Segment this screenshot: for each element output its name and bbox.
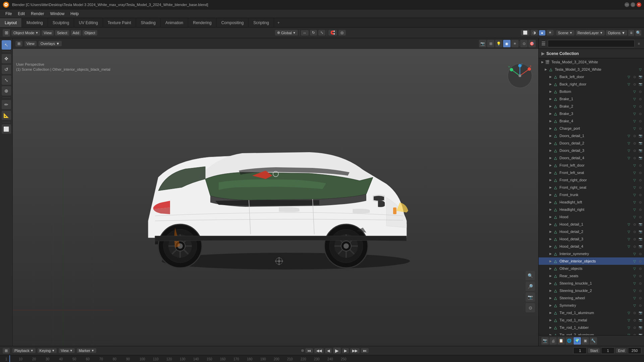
visibility-icon-36[interactable]: ▽: [627, 333, 631, 335]
menu-window[interactable]: Window: [47, 11, 67, 17]
add-menu[interactable]: Add: [71, 30, 82, 36]
tree-item-doors-detail-4[interactable]: ▶△Doors_detail_4▽⊙📷: [539, 154, 644, 162]
visibility-icon-2[interactable]: ▽: [627, 82, 631, 86]
visibility-icon-12[interactable]: ▽: [627, 156, 631, 160]
vp-overlay-toggle[interactable]: ⊙: [520, 40, 528, 47]
tree-item-back-right-door[interactable]: ▶△Back_right_door▽⊙📷: [539, 80, 644, 88]
eye-icon-14[interactable]: ⊙: [638, 170, 643, 175]
outliner-filter[interactable]: ≡: [637, 42, 641, 46]
transform-tool-btn[interactable]: ⊕: [2, 86, 11, 96]
menu-help[interactable]: Help: [68, 11, 82, 17]
eye-icon-5[interactable]: ⊙: [638, 104, 643, 109]
viewport-shading-solid[interactable]: ◑: [531, 30, 538, 36]
keying-menu[interactable]: Keying ▼: [38, 348, 57, 353]
filter-button[interactable]: ≡: [628, 30, 634, 36]
prop-scene[interactable]: 🌐: [566, 337, 573, 345]
tree-item-tesla-model-3-2024-white[interactable]: ▶△Tesla_Model_3_2024_White▽: [539, 66, 644, 73]
tree-item-front-left-seat[interactable]: ▶△Front_left_seat▽⊙: [539, 169, 644, 176]
timeline-view-menu[interactable]: View ▼: [59, 348, 75, 353]
eye-icon-31[interactable]: ⊙: [638, 296, 643, 300]
visibility-icon-20[interactable]: ▽: [632, 215, 637, 219]
eye-icon-13[interactable]: ⊙: [638, 163, 643, 168]
tree-item-doors-detail-3[interactable]: ▶△Doors_detail_3▽⊙📷: [539, 147, 644, 154]
viewport-shading-rendered[interactable]: ☀: [546, 30, 554, 36]
tree-items-container[interactable]: ▶△Tesla_Model_3_2024_White▽▶△Back_left_d…: [539, 66, 644, 335]
eye-icon-27[interactable]: ⊙: [638, 266, 643, 271]
eye-icon-30[interactable]: ⊙: [638, 288, 643, 293]
collection-expand-icon[interactable]: ▶: [541, 51, 544, 56]
eye-icon-34[interactable]: ⊙: [632, 318, 637, 322]
play-button[interactable]: ▶: [333, 348, 341, 354]
next-keyframe[interactable]: ▶▶: [350, 348, 360, 353]
proportional-edit[interactable]: ◎: [338, 30, 346, 36]
prop-render[interactable]: 📷: [541, 337, 549, 345]
zoom-out-button[interactable]: 🔎: [526, 282, 535, 291]
eye-icon-20[interactable]: ⊙: [638, 215, 643, 219]
eye-icon-16[interactable]: ⊙: [638, 185, 643, 190]
prev-keyframe[interactable]: ◀◀: [314, 348, 324, 353]
outliner-search-input[interactable]: [548, 40, 635, 47]
visibility-icon-29[interactable]: ▽: [632, 281, 637, 286]
minimize-button[interactable]: —: [625, 2, 629, 7]
view-menu[interactable]: View: [42, 30, 54, 36]
timeline-editor-icon[interactable]: ⊞: [3, 348, 10, 354]
prop-output[interactable]: 🖨: [549, 337, 557, 345]
prop-world[interactable]: 🌍: [574, 337, 581, 345]
tab-layout[interactable]: Layout: [0, 18, 22, 27]
marker-menu[interactable]: Marker ▼: [77, 348, 96, 353]
rotate-tool[interactable]: ↻: [310, 30, 317, 36]
visibility-icon-32[interactable]: ▽: [632, 303, 637, 308]
cam-icon-11[interactable]: 📷: [638, 148, 643, 153]
skip-to-end[interactable]: ⏭: [361, 348, 369, 353]
select-menu[interactable]: Select: [55, 30, 69, 36]
viewport-editor-icon[interactable]: ⊞: [15, 41, 22, 47]
tab-animation[interactable]: Animation: [161, 18, 188, 27]
eye-icon-28[interactable]: ⊙: [638, 274, 643, 278]
menu-edit[interactable]: Edit: [15, 11, 28, 17]
outliner-menu-icon[interactable]: ☰: [541, 41, 546, 46]
record-button[interactable]: [301, 349, 304, 352]
tree-item-steering-wheel[interactable]: ▶△Steering_wheel▽⊙: [539, 294, 644, 302]
cam-icon-21[interactable]: 📷: [638, 222, 643, 227]
tree-item-brake-2[interactable]: ▶△Brake_2▽⊙: [539, 103, 644, 110]
render-engine[interactable]: RenderLayer ▼: [576, 30, 605, 36]
cam-icon-12[interactable]: 📷: [638, 156, 643, 160]
visibility-icon-35[interactable]: ▽: [627, 325, 631, 330]
tree-item-hood-detail-3[interactable]: ▶△Hood_detail_3▽⊙📷: [539, 235, 644, 243]
eye-icon-2[interactable]: ⊙: [632, 82, 637, 86]
visibility-icon-15[interactable]: ▽: [632, 178, 637, 182]
visibility-icon-1[interactable]: ▽: [627, 74, 631, 79]
cam-icon-23[interactable]: 📷: [638, 237, 643, 241]
visibility-icon-18[interactable]: ▽: [632, 200, 637, 204]
eye-icon-23[interactable]: ⊙: [632, 237, 637, 241]
visibility-icon-28[interactable]: ▽: [632, 274, 637, 278]
visibility-icon-3[interactable]: ▽: [632, 89, 637, 94]
tree-item-brake-4[interactable]: ▶△Brake_4▽⊙: [539, 117, 644, 125]
tree-item-brake-3[interactable]: ▶△Brake_3▽⊙: [539, 110, 644, 117]
scale-tool-btn[interactable]: ⤡: [2, 75, 11, 85]
visibility-icon-8[interactable]: ▽: [632, 126, 637, 131]
tree-item-headlight-left[interactable]: ▶△Headlight_left▽⊙: [539, 198, 644, 206]
annotate-tool[interactable]: ✏: [2, 100, 11, 109]
tree-item-brake-1[interactable]: ▶△Brake_1▽⊙: [539, 95, 644, 103]
tree-item-front-left-door[interactable]: ▶△Front_left_door▽⊙: [539, 162, 644, 169]
cam-icon-34[interactable]: 📷: [638, 318, 643, 322]
camera-view-button[interactable]: 📷: [526, 292, 535, 302]
tree-item-tie-rod-2-aluminum[interactable]: ▶△Tie_rod_2_aluminum▽⊙📷: [539, 331, 644, 335]
tab-texture-paint[interactable]: Texture Paint: [103, 18, 136, 27]
visibility-icon-9[interactable]: ▽: [627, 133, 631, 138]
tree-item-front-trunk[interactable]: ▶△Front_trunk▽⊙: [539, 191, 644, 198]
tree-item-hood-detail-2[interactable]: ▶△Hood_detail_2▽⊙📷: [539, 228, 644, 235]
tree-item-headlight-right[interactable]: ▶△Headlight_right▽⊙: [539, 206, 644, 213]
cam-icon-36[interactable]: 📷: [638, 333, 643, 335]
visibility-icon-11[interactable]: ▽: [627, 148, 631, 153]
tree-item-root[interactable]: ▶ 🎬 Tesla_Model_3_2024_White: [539, 58, 644, 66]
tree-item-hood-detail-4[interactable]: ▶△Hood_detail_4▽⊙📷: [539, 243, 644, 250]
eye-icon-33[interactable]: ⊙: [632, 310, 637, 315]
tree-item-hood-detail-1[interactable]: ▶△Hood_detail_1▽⊙📷: [539, 221, 644, 228]
rotate-tool-btn[interactable]: ↺: [2, 65, 11, 74]
eye-icon-4[interactable]: ⊙: [638, 97, 643, 101]
viewport-shading-wireframe[interactable]: ⬜: [521, 30, 530, 36]
prop-view-layer[interactable]: 📋: [557, 337, 565, 345]
cam-icon-10[interactable]: 📷: [638, 141, 643, 145]
